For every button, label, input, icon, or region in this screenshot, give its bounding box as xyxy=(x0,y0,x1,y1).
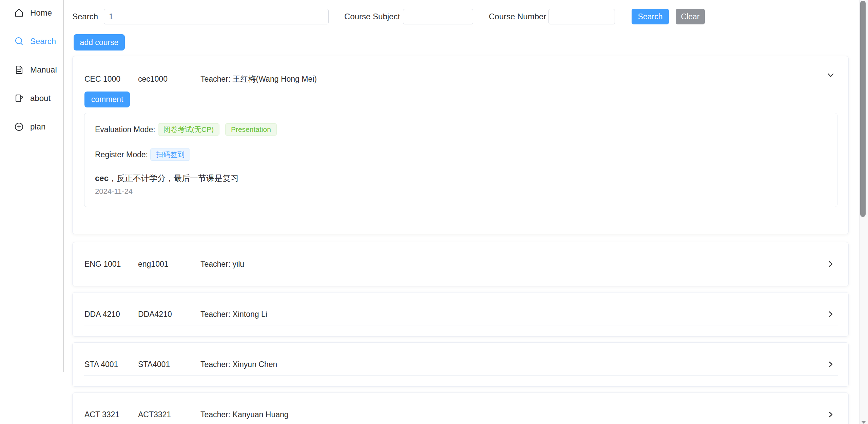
course-code: ACT 3321 xyxy=(84,410,138,419)
course-number-label: Course Number xyxy=(489,9,546,24)
course-teacher: Teacher: yilu xyxy=(200,260,814,269)
course-row[interactable]: ENG 1001 eng1001 Teacher: yilu xyxy=(84,256,814,272)
course-teacher: Teacher: Xinyun Chen xyxy=(200,360,814,369)
course-card: ENG 1001 eng1001 Teacher: yilu xyxy=(72,242,849,286)
course-teacher: Teacher: Xintong Li xyxy=(200,310,814,319)
evaluation-mode-row: Evaluation Mode: 闭卷考试(无CP) Presentation xyxy=(95,123,283,136)
course-code: ENG 1001 xyxy=(84,260,138,269)
about-icon xyxy=(14,93,24,104)
course-row[interactable]: STA 4001 STA4001 Teacher: Xinyun Chen xyxy=(84,356,814,372)
evaluation-tag: 闭卷考试(无CP) xyxy=(158,123,219,136)
sidebar-menu: Home Search Manual about xyxy=(0,0,63,141)
course-card: DDA 4210 DDA4210 Teacher: Xintong Li xyxy=(72,292,849,337)
comment-panel: Evaluation Mode: 闭卷考试(无CP) Presentation … xyxy=(84,113,837,207)
course-row[interactable]: ACT 3321 ACT3321 Teacher: Kanyuan Huang xyxy=(84,406,814,423)
search-input[interactable] xyxy=(104,9,329,24)
course-slug: ACT3321 xyxy=(138,410,200,419)
chevron-right-icon[interactable] xyxy=(826,360,835,369)
comment-button[interactable]: comment xyxy=(84,92,130,107)
sidebar-item-label: Search xyxy=(30,37,56,46)
chevron-right-icon[interactable] xyxy=(826,410,835,419)
sidebar-item-label: Home xyxy=(30,8,52,18)
page: Home Search Manual about xyxy=(0,0,868,424)
course-teacher: Teacher: Kanyuan Huang xyxy=(200,410,814,419)
evaluation-mode-label: Evaluation Mode: xyxy=(95,125,155,134)
card-divider xyxy=(84,275,838,275)
course-card-expanded: CEC 1000 cec1000 Teacher: 王红梅(Wang Hong … xyxy=(72,56,849,234)
home-icon xyxy=(14,7,24,18)
comment-date: 2024-11-24 xyxy=(95,187,133,196)
comment-body: ，反正不计学分，最后一节课是复习 xyxy=(109,174,239,183)
sidebar-item-home[interactable]: Home xyxy=(0,0,63,27)
register-mode-row: Register Mode: 扫码签到 xyxy=(95,148,196,161)
course-card: STA 4001 STA4001 Teacher: Xinyun Chen xyxy=(72,342,849,387)
plan-plus-icon xyxy=(14,121,24,132)
scrollbar-track[interactable] xyxy=(859,0,868,424)
course-subject-label: Course Subject xyxy=(344,9,400,24)
sidebar-item-plan[interactable]: plan xyxy=(0,113,63,141)
sidebar-item-manual[interactable]: Manual xyxy=(0,56,63,84)
course-code: STA 4001 xyxy=(84,360,138,369)
sidebar-item-label: plan xyxy=(30,122,45,132)
register-mode-label: Register Mode: xyxy=(95,150,148,159)
scrollbar-thumb[interactable] xyxy=(860,1,866,217)
chevron-down-icon[interactable] xyxy=(826,70,835,80)
chevron-right-icon[interactable] xyxy=(826,259,835,269)
card-divider xyxy=(84,325,838,325)
course-slug: cec1000 xyxy=(138,75,200,84)
course-slug: DDA4210 xyxy=(138,310,200,319)
sidebar-item-label: about xyxy=(30,94,51,103)
clear-button[interactable]: Clear xyxy=(676,9,705,24)
card-divider xyxy=(84,375,838,376)
card-divider xyxy=(84,225,837,225)
evaluation-tag: Presentation xyxy=(225,123,277,136)
comment-author: cec xyxy=(95,174,109,183)
course-row[interactable]: DDA 4210 DDA4210 Teacher: Xintong Li xyxy=(84,306,814,322)
search-button[interactable]: Search xyxy=(632,9,669,24)
course-slug: eng1001 xyxy=(138,260,200,269)
course-slug: STA4001 xyxy=(138,360,200,369)
app-sidebar: Home Search Manual about xyxy=(0,0,63,372)
search-field-label: Search xyxy=(72,9,98,24)
sidebar-item-label: Manual xyxy=(30,65,57,75)
course-code: CEC 1000 xyxy=(84,75,138,84)
sidebar-item-about[interactable]: about xyxy=(0,84,63,113)
register-tag: 扫码签到 xyxy=(150,148,190,161)
search-icon xyxy=(14,36,24,47)
comment-text: cec，反正不计学分，最后一节课是复习 xyxy=(95,173,239,184)
course-teacher: Teacher: 王红梅(Wang Hong Mei) xyxy=(200,74,814,84)
course-code: DDA 4210 xyxy=(84,310,138,319)
course-row[interactable]: CEC 1000 cec1000 Teacher: 王红梅(Wang Hong … xyxy=(84,71,814,87)
course-number-input[interactable] xyxy=(548,9,615,24)
add-course-button[interactable]: add course xyxy=(74,34,125,51)
sidebar-item-search[interactable]: Search xyxy=(0,27,63,56)
manual-doc-icon xyxy=(14,64,24,75)
chevron-right-icon[interactable] xyxy=(826,309,835,319)
scrollbar-down-arrow-icon[interactable] xyxy=(861,421,866,424)
course-card: ACT 3321 ACT3321 Teacher: Kanyuan Huang xyxy=(72,392,849,424)
course-subject-input[interactable] xyxy=(403,9,473,24)
